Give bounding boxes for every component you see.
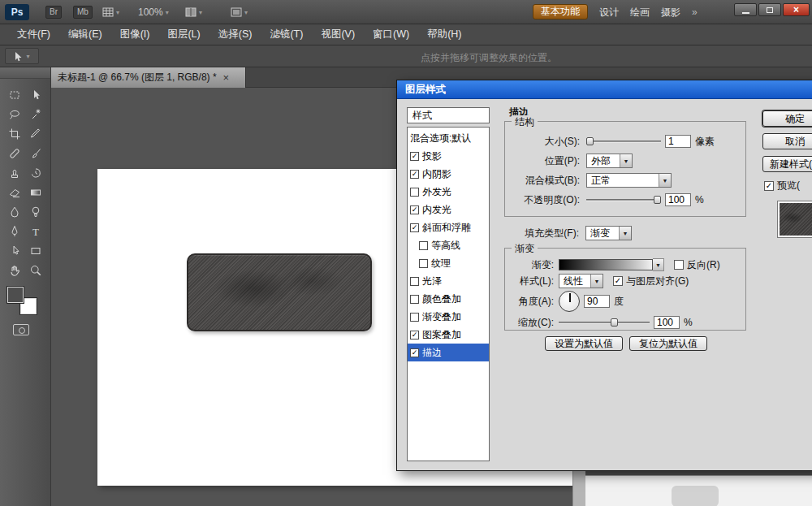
checkbox-checked[interactable]: ✓ bbox=[410, 152, 419, 161]
reverse-checkbox[interactable] bbox=[674, 260, 684, 270]
workspace-overflow-chevron[interactable]: » bbox=[692, 6, 698, 18]
tool-blur[interactable] bbox=[4, 202, 25, 222]
tool-hand[interactable] bbox=[4, 261, 25, 280]
slider-thumb[interactable] bbox=[586, 137, 594, 145]
gradient-picker-arrow[interactable]: ▼ bbox=[653, 258, 664, 271]
restore-button[interactable] bbox=[758, 3, 781, 16]
mini-bridge-icon[interactable]: Mb bbox=[73, 6, 93, 19]
gradient-swatch[interactable] bbox=[559, 259, 653, 270]
style-item-inner-shadow[interactable]: ✓ 内阴影 bbox=[408, 165, 489, 183]
reset-default-button[interactable]: 复位为默认值 bbox=[629, 336, 707, 351]
style-item-bevel-emboss[interactable]: ✓ 斜面和浮雕 bbox=[408, 218, 489, 236]
angle-input[interactable] bbox=[584, 295, 610, 308]
style-item-drop-shadow[interactable]: ✓ 投影 bbox=[408, 147, 489, 165]
checkbox-checked[interactable]: ✓ bbox=[410, 223, 419, 232]
tool-dodge[interactable] bbox=[25, 202, 46, 222]
size-input[interactable] bbox=[665, 135, 691, 148]
tool-history-brush[interactable] bbox=[25, 163, 46, 183]
opacity-slider[interactable] bbox=[586, 196, 661, 204]
scale-input[interactable] bbox=[654, 316, 680, 329]
style-item-gradient-overlay[interactable]: 渐变叠加 bbox=[408, 308, 489, 326]
style-item-texture[interactable]: 纹理 bbox=[408, 254, 489, 272]
tool-brush[interactable] bbox=[25, 144, 46, 163]
align-with-layer-checkbox[interactable]: ✓ bbox=[613, 276, 623, 286]
slider-thumb[interactable] bbox=[611, 318, 618, 327]
style-item-color-overlay[interactable]: 颜色叠加 bbox=[408, 290, 489, 308]
tool-magic-wand[interactable] bbox=[25, 105, 46, 124]
checkbox-unchecked[interactable] bbox=[410, 313, 419, 322]
quick-mask-icon[interactable] bbox=[13, 324, 29, 335]
set-default-button[interactable]: 设置为默认值 bbox=[545, 336, 623, 351]
workspace-tab-essentials[interactable]: 基本功能 bbox=[533, 4, 588, 19]
cancel-button[interactable]: 取消 bbox=[762, 133, 812, 149]
menu-help[interactable]: 帮助(H) bbox=[418, 24, 470, 45]
tool-move[interactable] bbox=[25, 85, 46, 105]
menu-edit[interactable]: 编辑(E) bbox=[59, 24, 111, 45]
tool-rectangle-shape[interactable] bbox=[25, 241, 46, 261]
checkbox-unchecked[interactable] bbox=[410, 277, 419, 286]
style-item-pattern-overlay[interactable]: ✓ 图案叠加 bbox=[408, 326, 489, 344]
close-button[interactable]: × bbox=[783, 3, 810, 16]
size-slider[interactable] bbox=[586, 137, 661, 145]
move-tool-indicator[interactable]: ▾ bbox=[5, 48, 39, 64]
minimize-button[interactable] bbox=[734, 3, 757, 16]
menu-view[interactable]: 视图(V) bbox=[312, 24, 364, 45]
style-item-contour[interactable]: 等高线 bbox=[408, 236, 489, 254]
tool-gradient[interactable] bbox=[25, 183, 46, 202]
tool-type[interactable]: T bbox=[25, 222, 46, 241]
blend-mode-select[interactable]: 正常 ▼ bbox=[586, 173, 672, 188]
checkbox-checked[interactable]: ✓ bbox=[410, 348, 419, 357]
angle-dial[interactable] bbox=[559, 291, 580, 312]
foreground-color-swatch[interactable] bbox=[7, 287, 24, 303]
menu-select[interactable]: 选择(S) bbox=[209, 24, 261, 45]
checkbox-checked[interactable]: ✓ bbox=[410, 170, 419, 179]
tool-zoom[interactable] bbox=[25, 261, 46, 280]
screen-mode-button[interactable]: ▾ bbox=[231, 4, 248, 20]
tab-close-icon[interactable]: × bbox=[223, 73, 230, 83]
opacity-input[interactable] bbox=[665, 193, 691, 206]
tool-lasso[interactable] bbox=[4, 105, 25, 124]
style-item-stroke[interactable]: ✓ 描边 bbox=[408, 344, 489, 361]
fill-type-select[interactable]: 渐变 ▼ bbox=[585, 226, 632, 240]
new-style-button[interactable]: 新建样式( bbox=[762, 156, 812, 172]
checkbox-checked[interactable]: ✓ bbox=[410, 205, 419, 214]
tool-eyedropper[interactable] bbox=[25, 124, 46, 144]
menu-window[interactable]: 窗口(W) bbox=[364, 24, 418, 45]
checkbox-unchecked[interactable] bbox=[410, 295, 419, 304]
gradient-style-select[interactable]: 线性 ▼ bbox=[559, 274, 603, 288]
tool-clone-stamp[interactable] bbox=[4, 163, 25, 183]
dialog-titlebar[interactable]: 图层样式 bbox=[397, 80, 812, 99]
tool-crop[interactable] bbox=[4, 124, 25, 144]
style-item-inner-glow[interactable]: ✓ 内发光 bbox=[408, 201, 489, 218]
ok-button[interactable]: 确定 bbox=[762, 110, 812, 127]
menu-layer[interactable]: 图层(L) bbox=[158, 24, 209, 45]
menu-filter[interactable]: 滤镜(T) bbox=[261, 24, 312, 45]
view-extras-button[interactable]: ▾ bbox=[102, 4, 119, 20]
preview-checkbox[interactable]: ✓ bbox=[764, 181, 774, 191]
slider-thumb[interactable] bbox=[654, 196, 661, 204]
bridge-icon[interactable]: Br bbox=[45, 6, 62, 19]
workspace-tab-painting[interactable]: 绘画 bbox=[630, 5, 650, 19]
position-select[interactable]: 外部 ▼ bbox=[586, 154, 633, 168]
zoom-level-button[interactable]: 100% ▾ bbox=[138, 4, 169, 20]
checkbox-checked[interactable]: ✓ bbox=[410, 331, 419, 339]
menu-image[interactable]: 图像(I) bbox=[111, 24, 159, 45]
checkbox-unchecked[interactable] bbox=[419, 259, 428, 268]
arrange-documents-button[interactable]: ▾ bbox=[185, 4, 202, 20]
tool-path-selection[interactable] bbox=[4, 241, 25, 261]
document-tab[interactable]: 未标题-1 @ 66.7% (图层 1, RGB/8) * × bbox=[51, 67, 246, 88]
scale-slider[interactable] bbox=[559, 318, 650, 327]
workspace-tab-design[interactable]: 设计 bbox=[599, 5, 619, 19]
checkbox-unchecked[interactable] bbox=[419, 241, 428, 250]
style-item-outer-glow[interactable]: 外发光 bbox=[408, 183, 489, 201]
tool-rectangular-marquee[interactable] bbox=[4, 85, 25, 105]
tools-panel-header[interactable] bbox=[0, 67, 50, 79]
style-item-satin[interactable]: 光泽 bbox=[408, 272, 489, 290]
menu-file[interactable]: 文件(F) bbox=[8, 24, 59, 45]
workspace-tab-photography[interactable]: 摄影 bbox=[661, 5, 680, 19]
style-item-blending-options[interactable]: 混合选项:默认 bbox=[408, 129, 489, 147]
tool-eraser[interactable] bbox=[4, 183, 25, 202]
tool-healing-brush[interactable] bbox=[4, 144, 25, 163]
tool-pen[interactable] bbox=[4, 222, 25, 241]
checkbox-unchecked[interactable] bbox=[410, 188, 419, 197]
